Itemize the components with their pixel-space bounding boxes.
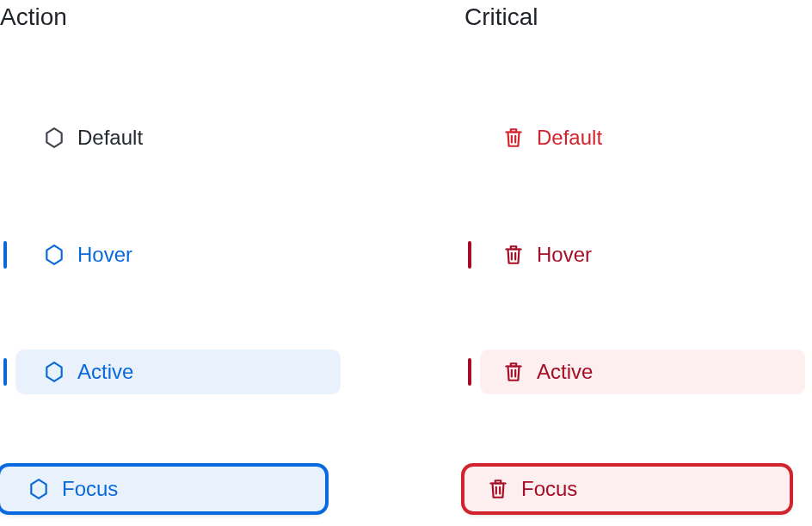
action-item-label: Active bbox=[77, 360, 133, 384]
active-indicator bbox=[3, 358, 7, 386]
critical-item-active[interactable]: Active bbox=[464, 350, 812, 394]
action-item-focus[interactable]: Focus bbox=[0, 467, 406, 511]
critical-item-hover[interactable]: Hover bbox=[464, 232, 812, 277]
active-indicator bbox=[468, 358, 471, 386]
hexagon-icon bbox=[43, 127, 65, 149]
trash-icon bbox=[487, 478, 509, 500]
critical-item-focus[interactable]: Focus bbox=[464, 467, 812, 511]
hexagon-icon bbox=[43, 361, 65, 383]
action-item-label: Default bbox=[77, 126, 143, 150]
action-heading: Action bbox=[0, 3, 406, 31]
critical-heading: Critical bbox=[464, 3, 812, 31]
hexagon-icon bbox=[43, 244, 65, 266]
critical-item-label: Active bbox=[537, 360, 593, 384]
trash-icon bbox=[502, 244, 525, 266]
action-item-active[interactable]: Active bbox=[0, 350, 406, 394]
action-item-label: Hover bbox=[77, 243, 132, 267]
action-item-label: Focus bbox=[62, 477, 118, 501]
critical-item-label: Focus bbox=[521, 477, 577, 501]
hexagon-icon bbox=[28, 478, 50, 500]
action-item-hover[interactable]: Hover bbox=[0, 232, 406, 277]
critical-item-label: Hover bbox=[537, 243, 592, 267]
trash-icon bbox=[502, 127, 525, 149]
critical-item-label: Default bbox=[537, 126, 602, 150]
hover-indicator bbox=[468, 241, 471, 269]
hover-indicator bbox=[3, 241, 7, 269]
action-column: Action Default Hover bbox=[0, 3, 406, 511]
trash-icon bbox=[502, 361, 525, 383]
critical-item-default[interactable]: Default bbox=[464, 115, 812, 160]
critical-column: Critical Default Hover bbox=[406, 3, 812, 511]
action-item-default[interactable]: Default bbox=[0, 115, 406, 160]
